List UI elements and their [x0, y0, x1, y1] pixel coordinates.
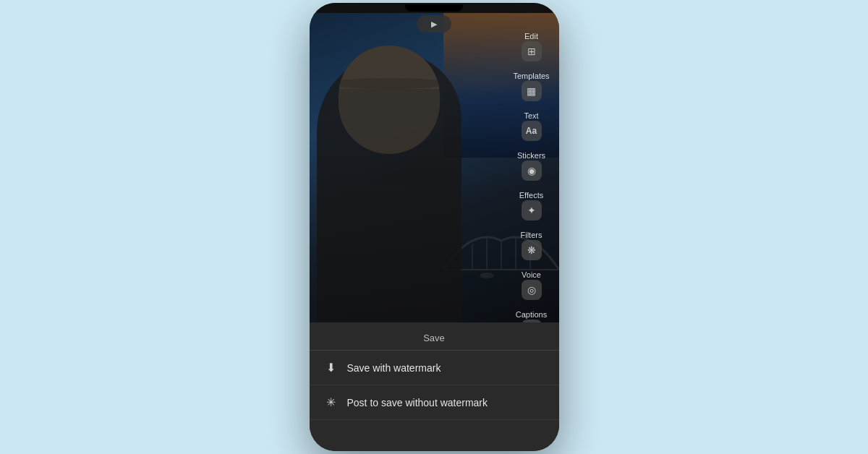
phone-frame: ▶ Edit ⊞ Templates ▦ Text Aa Stickers ◉ — [310, 3, 559, 451]
tool-edit[interactable]: Edit ⊞ — [504, 27, 559, 66]
tool-templates[interactable]: Templates ▦ — [504, 67, 559, 106]
tool-voice-label: Voice — [522, 270, 541, 279]
tool-effects-label: Effects — [519, 191, 543, 200]
phone-top-bar — [310, 3, 559, 13]
post-to-save-option[interactable]: ✳ Post to save without watermark — [310, 385, 559, 420]
phone-notch — [405, 4, 463, 12]
tool-text[interactable]: Text Aa — [504, 107, 559, 145]
save-with-watermark-text: Save with watermark — [347, 362, 441, 374]
stickers-icon: ◉ — [522, 160, 542, 181]
voice-icon: ◎ — [522, 280, 542, 300]
tool-stickers[interactable]: Stickers ◉ — [504, 147, 559, 185]
asterisk-icon: ✳ — [324, 395, 339, 409]
save-panel: Save ⬇ Save with watermark ✳ Post to sav… — [310, 322, 559, 451]
filters-icon: ❋ — [522, 240, 542, 260]
save-with-watermark-option[interactable]: ⬇ Save with watermark — [310, 351, 559, 385]
tool-text-label: Text — [524, 111, 538, 120]
save-panel-header: Save — [310, 322, 559, 351]
edit-icon: ⊞ — [522, 41, 542, 61]
tool-effects[interactable]: Effects ✦ — [504, 187, 559, 225]
download-icon: ⬇ — [324, 361, 339, 374]
top-pill: ▶ — [417, 15, 451, 33]
save-header-text: Save — [423, 333, 445, 343]
content-area: ▶ Edit ⊞ Templates ▦ Text Aa Stickers ◉ — [310, 13, 559, 451]
top-pill-text: ▶ — [431, 20, 437, 29]
tool-captions-label: Captions — [516, 310, 547, 319]
effects-icon: ✦ — [522, 200, 542, 220]
tool-filters[interactable]: Filters ❋ — [504, 226, 559, 265]
tool-templates-label: Templates — [513, 72, 549, 80]
post-to-save-text: Post to save without watermark — [347, 397, 488, 408]
templates-icon: ▦ — [522, 81, 542, 101]
tool-voice[interactable]: Voice ◎ — [504, 266, 559, 304]
tool-stickers-label: Stickers — [517, 151, 545, 160]
tool-filters-label: Filters — [521, 231, 542, 239]
text-icon: Aa — [522, 121, 542, 141]
tool-edit-label: Edit — [524, 32, 538, 40]
